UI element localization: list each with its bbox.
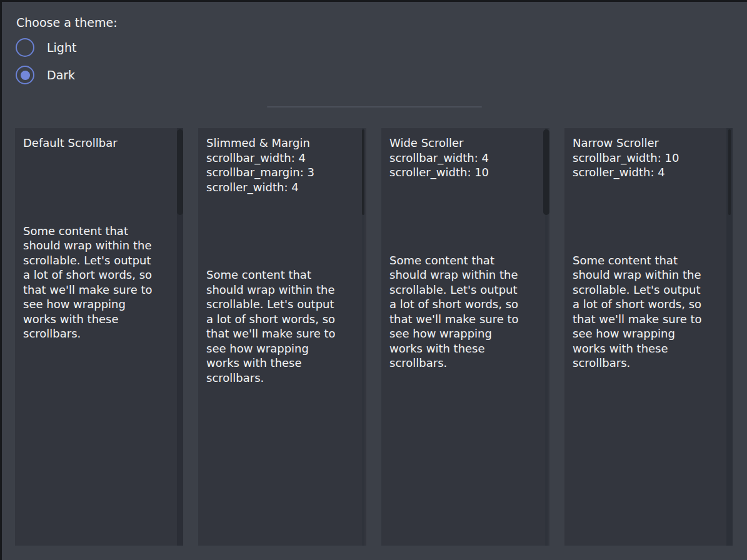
panel-title: Narrow Scroller <box>573 136 721 151</box>
panel-narrow-scroller[interactable]: Narrow Scroller scrollbar_width: 10 scro… <box>564 128 733 546</box>
radio-icon[interactable] <box>16 66 34 84</box>
scrollbar-thumb[interactable] <box>728 129 731 215</box>
scrollbar-thumb[interactable] <box>362 129 364 215</box>
panel-content-text: Some content that should wrap within the… <box>23 224 172 341</box>
panel-title: Slimmed & Margin <box>206 136 355 151</box>
panel-content-text: Some content that should wrap within the… <box>389 253 538 371</box>
panel-params: scrollbar_width: 4 scroller_width: 10 <box>389 151 538 180</box>
panel-wide-scroller[interactable]: Wide Scroller scrollbar_width: 4 scrolle… <box>381 128 549 546</box>
panel-params: scrollbar_width: 4 scrollbar_margin: 3 s… <box>206 151 355 195</box>
panel-params: scrollbar_width: 10 scroller_width: 4 <box>573 151 721 180</box>
radio-option-light[interactable]: Light <box>16 38 76 57</box>
radio-label: Dark <box>47 66 75 84</box>
radio-label: Light <box>47 38 76 57</box>
radio-icon[interactable] <box>16 38 34 57</box>
window-top-edge <box>0 0 747 2</box>
scrollbar-thumb[interactable] <box>543 129 549 215</box>
panel-content-text: Some content that should wrap within the… <box>206 268 355 385</box>
radio-option-dark[interactable]: Dark <box>16 66 75 84</box>
theme-chooser-label: Choose a theme: <box>16 15 118 30</box>
horizontal-rule <box>267 106 482 108</box>
panel-title: Wide Scroller <box>389 136 538 151</box>
radio-dot <box>21 71 30 80</box>
panel-title: Default Scrollbar <box>23 136 172 151</box>
radio-dot <box>21 43 30 52</box>
scrollbar-thumb[interactable] <box>177 129 183 215</box>
panel-default-scrollbar[interactable]: Default Scrollbar Some content that shou… <box>15 128 183 546</box>
panel-content-text: Some content that should wrap within the… <box>573 253 721 371</box>
panel-slimmed-margin[interactable]: Slimmed & Margin scrollbar_width: 4 scro… <box>198 128 366 546</box>
window-left-edge <box>0 0 2 560</box>
